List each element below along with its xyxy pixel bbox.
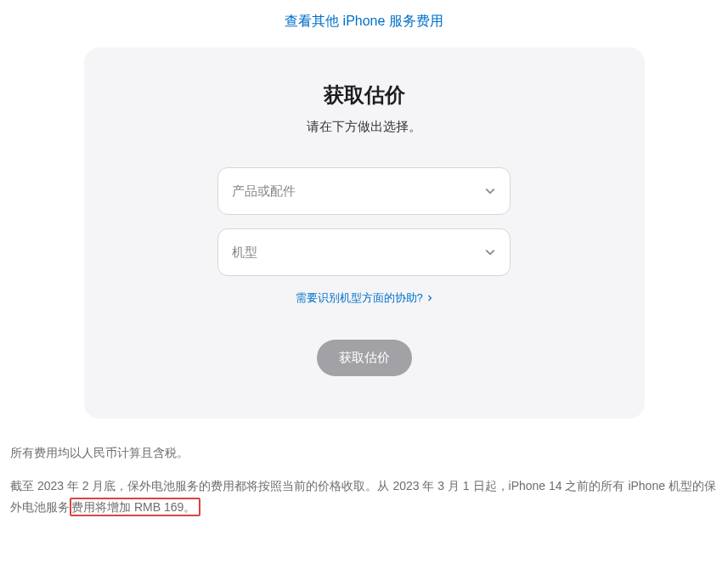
price-change-note: 截至 2023 年 2 月底，保外电池服务的费用都将按照当前的价格收取。从 20… <box>10 476 718 518</box>
top-link-wrap: 查看其他 iPhone 服务费用 <box>0 0 728 48</box>
chevron-right-icon <box>427 292 432 305</box>
model-select[interactable]: 机型 <box>217 228 511 276</box>
view-other-services-link[interactable]: 查看其他 iPhone 服务费用 <box>285 14 443 28</box>
card-title: 获取估价 <box>118 82 611 109</box>
footer-notes: 所有费用均以人民币计算且含税。 截至 2023 年 2 月底，保外电池服务的费用… <box>0 419 728 519</box>
price-increase-highlight: 费用将增加 RMB 169。 <box>70 498 200 516</box>
chevron-down-icon <box>484 185 496 197</box>
model-placeholder: 机型 <box>232 245 257 261</box>
identify-model-help-link[interactable]: 需要识别机型方面的协助? <box>296 291 433 304</box>
help-link-label: 需要识别机型方面的协助? <box>296 291 423 304</box>
product-select-wrap: 产品或配件 <box>217 167 511 215</box>
estimate-card: 获取估价 请在下方做出选择。 产品或配件 机型 需要识别机型方面的协助? 获取估… <box>84 48 645 419</box>
chevron-down-icon <box>484 246 496 258</box>
card-subtitle: 请在下方做出选择。 <box>118 119 611 135</box>
help-link-wrap: 需要识别机型方面的协助? <box>118 290 611 306</box>
product-select[interactable]: 产品或配件 <box>217 167 511 215</box>
model-select-wrap: 机型 <box>217 228 511 276</box>
product-placeholder: 产品或配件 <box>232 183 296 200</box>
tax-note: 所有费用均以人民币计算且含税。 <box>10 442 718 464</box>
get-estimate-button[interactable]: 获取估价 <box>317 340 412 376</box>
